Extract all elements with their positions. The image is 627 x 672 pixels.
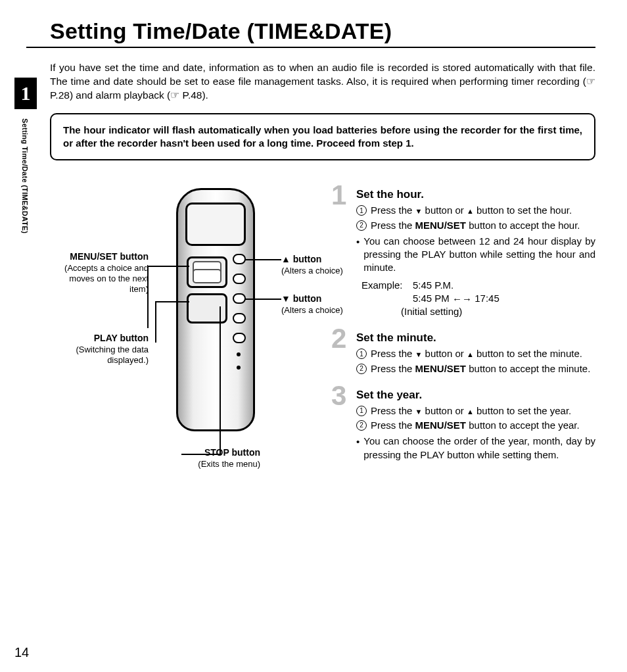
- step-title: Set the minute.: [356, 331, 595, 345]
- callout-line: [244, 299, 281, 300]
- substep: 2 Press the MENU/SET button to accept th…: [356, 362, 595, 375]
- callout-title: MENU/SET button: [50, 251, 149, 263]
- callout-stop: STOP button (Exits the menu): [116, 447, 260, 469]
- step-title: Set the hour.: [356, 188, 595, 201]
- callout-line: [155, 301, 156, 343]
- substep-text: Press the button or button to set the ye…: [371, 404, 571, 418]
- substep: 1 Press the button or button to set the …: [356, 347, 595, 360]
- step-1: 1 Set the hour. 1 Press the button or bu…: [334, 188, 595, 318]
- bullet-text: You can choose between 12 and 24 hour di…: [363, 235, 595, 275]
- bullet-icon: •: [356, 435, 360, 462]
- recorder-side-button: [233, 274, 246, 284]
- down-triangle-icon: [415, 204, 423, 216]
- substep-text: Press the button or button to set the mi…: [371, 347, 582, 360]
- bullet-icon: •: [356, 235, 360, 275]
- recorder-side-button: [233, 254, 246, 264]
- page-title: Setting Time/Date (TIME&DATE): [50, 18, 595, 44]
- up-triangle-icon: [467, 405, 474, 416]
- substep: 1 Press the button or button to set the …: [356, 204, 595, 217]
- recorder-control-pad: [187, 256, 227, 288]
- up-triangle-icon: [467, 204, 474, 216]
- callout-desc: (Accepts a choice and moves on to the ne…: [50, 263, 149, 295]
- callout-desc: (Exits the menu): [116, 459, 260, 469]
- substep-text: Press the button or button to set the ho…: [371, 204, 572, 217]
- example-value: (Initial setting): [361, 305, 595, 318]
- title-rule: [26, 47, 595, 48]
- example-value: 5:45 PM ←→ 17:45: [413, 292, 499, 305]
- step-3: 3 Set the year. 1 Press the button or bu…: [334, 389, 595, 462]
- down-triangle-icon: [415, 405, 423, 416]
- step-title: Set the year.: [356, 389, 595, 402]
- step-number: 3: [331, 382, 346, 410]
- callout-line: [147, 266, 189, 267]
- recorder-screen: [185, 203, 246, 246]
- circled-number-icon: 1: [356, 406, 367, 416]
- note-bullet: • You can choose the order of the year, …: [356, 435, 595, 462]
- substep-text: Press the MENU/SET button to accept the …: [371, 362, 590, 375]
- step-number: 2: [331, 325, 346, 352]
- side-running-head: Setting Time/Date (TIME&DATE): [21, 118, 29, 233]
- note-text: The hour indicator will flash automatica…: [63, 124, 582, 151]
- recorder-side-button: [233, 333, 246, 343]
- callout-title: STOP button: [116, 447, 260, 459]
- circled-number-icon: 2: [356, 364, 367, 374]
- example-value: 5:45 P.M.: [413, 279, 453, 292]
- page-number: 14: [14, 645, 29, 660]
- double-arrow-icon: ←→: [452, 293, 472, 306]
- substep: 2 Press the MENU/SET button to accept th…: [356, 219, 595, 232]
- callout-line: [220, 306, 221, 454]
- steps-column: 1 Set the hour. 1 Press the button or bu…: [334, 188, 595, 497]
- substep-text: Press the MENU/SET button to accept the …: [371, 219, 580, 232]
- recorder-side-button: [233, 293, 246, 304]
- example-block: Example: 5:45 P.M. 5:45 PM ←→ 17:45 (Ini…: [356, 279, 595, 319]
- callout-line: [244, 259, 281, 260]
- chapter-tab: 1: [14, 78, 37, 109]
- substep: 2 Press the MENU/SET button to accept th…: [356, 419, 595, 432]
- device-diagram: MENU/SET button (Accepts a choice and mo…: [50, 188, 319, 497]
- callout-title: PLAY button: [50, 333, 149, 345]
- example-label: Example:: [361, 279, 407, 292]
- intro-paragraph: If you have set the time and date, infor…: [50, 61, 595, 103]
- bullet-text: You can choose the order of the year, mo…: [363, 435, 595, 462]
- step-number: 1: [331, 181, 346, 209]
- step-2: 2 Set the minute. 1 Press the button or …: [334, 331, 595, 375]
- note-bullet: • You can choose between 12 and 24 hour …: [356, 235, 595, 275]
- circled-number-icon: 1: [356, 205, 367, 216]
- up-triangle-icon: [467, 348, 474, 359]
- callout-menu-set: MENU/SET button (Accepts a choice and mo…: [50, 251, 149, 295]
- down-triangle-icon: [415, 348, 423, 359]
- substep: 1 Press the button or button to set the …: [356, 404, 595, 418]
- circled-number-icon: 2: [356, 420, 367, 431]
- circled-number-icon: 2: [356, 220, 367, 231]
- substep-text: Press the MENU/SET button to accept the …: [371, 419, 580, 432]
- callout-desc: (Switching the data displayed.): [50, 345, 149, 366]
- recorder-side-button: [233, 313, 246, 324]
- callout-line: [155, 301, 189, 302]
- note-box: The hour indicator will flash automatica…: [50, 113, 595, 161]
- callout-play: PLAY button (Switching the data displaye…: [50, 333, 149, 366]
- circled-number-icon: 1: [356, 348, 367, 359]
- recorder-lower-pad: [187, 293, 227, 324]
